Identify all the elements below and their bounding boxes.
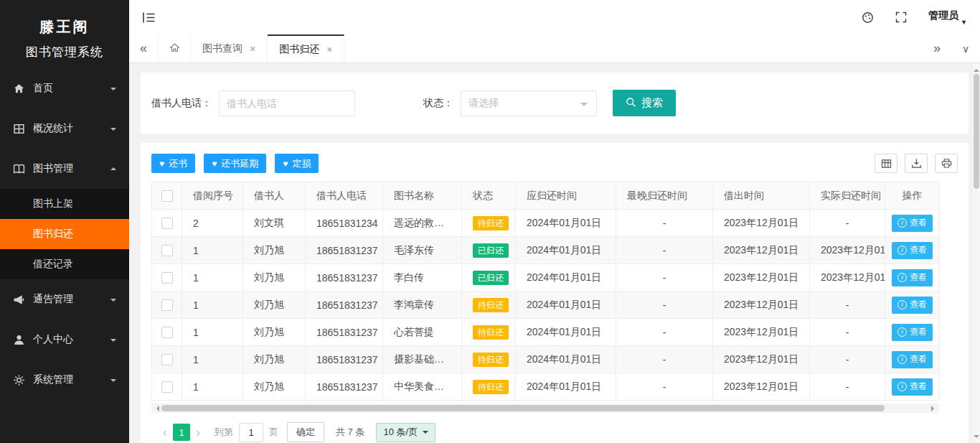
tab-home[interactable]	[158, 34, 191, 62]
view-button[interactable]: i查看	[892, 242, 933, 259]
current-page[interactable]: 1	[173, 424, 190, 441]
cell-borrower: 刘乃旭	[243, 292, 306, 319]
row-checkbox[interactable]	[161, 327, 173, 338]
phone-input[interactable]	[219, 90, 355, 116]
cell-seq: 1	[182, 264, 243, 292]
cell-book: 毛泽东传	[383, 237, 462, 264]
topbar: 管理员 ▼	[129, 0, 980, 34]
assess-damage-button[interactable]: ♥ 定损	[275, 154, 319, 173]
cell-phone: 18651831237	[306, 373, 383, 401]
cell-status: 待归还	[462, 210, 516, 237]
logo-title: 滕王阁	[0, 17, 129, 37]
goto-page-input[interactable]	[239, 423, 263, 442]
sidebar-item-personal-center[interactable]: 个人中心	[0, 320, 129, 360]
sidebar-item-borrow-records[interactable]: 借还记录	[0, 249, 129, 279]
cell-seq: 2	[182, 210, 243, 237]
search-button[interactable]: 搜索	[613, 90, 676, 116]
data-table: 借阅序号借书人借书人电话图书名称状态应归还时间最晚归还时间借出时间实际归还时间操…	[151, 182, 940, 401]
cell-actual: 2023年12月01日	[810, 237, 885, 264]
row-checkbox[interactable]	[161, 354, 173, 365]
tabs-scroll-right-icon[interactable]: »	[923, 34, 951, 62]
row-checkbox[interactable]	[161, 381, 173, 393]
sidebar-item-book-return[interactable]: 图书归还	[0, 219, 129, 249]
column-header: 实际归还时间	[810, 182, 885, 210]
sidebar-item-notice-management[interactable]: 通告管理	[0, 279, 129, 320]
info-icon: i	[897, 300, 907, 309]
scroll-up-arrow-icon[interactable]	[974, 66, 979, 72]
export-icon[interactable]	[905, 154, 928, 173]
main-area: 管理员 ▼ « 图书查询 × 图书归还 × » ∨	[129, 0, 980, 443]
cell-actual: -	[810, 210, 885, 237]
tab-book-return[interactable]: 图书归还 ×	[268, 34, 344, 62]
print-icon[interactable]	[935, 154, 958, 173]
tabs-menu-icon[interactable]: ∨	[951, 34, 980, 62]
row-checkbox[interactable]	[161, 218, 173, 229]
cell-book: 中华美食…	[383, 373, 462, 401]
username: 管理员	[928, 9, 958, 22]
row-checkbox[interactable]	[161, 245, 173, 256]
horizontal-scrollbar[interactable]	[151, 404, 939, 413]
select-all-checkbox[interactable]	[161, 190, 173, 202]
cell-phone: 18651831237	[306, 346, 383, 373]
table-panel: ♥ 还书 ♥ 还书延期 ♥ 定损	[141, 143, 969, 443]
view-button[interactable]: i查看	[892, 297, 933, 314]
goto-suffix-label: 页	[269, 426, 278, 439]
sidebar-item-home[interactable]: 首页	[0, 68, 129, 108]
status-select[interactable]: 请选择	[461, 90, 597, 116]
checkbox-cell	[152, 264, 182, 292]
vertical-scrollbar[interactable]	[973, 64, 980, 443]
table-row: 1刘乃旭18651831237中华美食…待归还2024年01月01日-2023年…	[152, 373, 940, 401]
prev-page-icon[interactable]: ‹	[157, 425, 173, 440]
sidebar-item-book-shelving[interactable]: 图书上架	[0, 189, 129, 219]
view-button[interactable]: i查看	[892, 215, 933, 232]
return-book-label: 还书	[169, 157, 187, 170]
return-extension-button[interactable]: ♥ 还书延期	[204, 154, 266, 173]
horizontal-scrollbar-thumb[interactable]	[161, 405, 885, 411]
cell-actual: -	[810, 373, 885, 401]
checkbox-cell	[152, 292, 182, 319]
view-button[interactable]: i查看	[892, 324, 933, 341]
sidebar-item-book-management[interactable]: 图书管理	[0, 149, 129, 189]
sidebar-item-label: 首页	[33, 82, 53, 95]
view-button[interactable]: i查看	[892, 269, 933, 286]
user-menu[interactable]: 管理员 ▼	[928, 9, 967, 26]
cell-borrower: 刘乃旭	[243, 264, 306, 292]
scroll-left-arrow-icon[interactable]	[154, 406, 159, 411]
close-icon[interactable]: ×	[250, 43, 255, 55]
cell-actions: i查看	[885, 210, 940, 237]
view-button[interactable]: i查看	[892, 378, 933, 396]
home-icon	[13, 83, 25, 95]
close-icon[interactable]: ×	[326, 44, 332, 55]
theme-icon[interactable]	[862, 11, 874, 24]
cell-lend: 2023年12月01日	[713, 210, 810, 237]
tabs-scroll-left-icon[interactable]: «	[129, 34, 158, 62]
status-filter-label: 状态：	[423, 97, 453, 110]
app-window: 滕王阁 图书管理系统 首页 概况统计 图书管理 图书上	[0, 0, 980, 443]
scroll-right-arrow-icon[interactable]	[931, 406, 937, 411]
fullscreen-icon[interactable]	[895, 11, 907, 23]
next-page-icon[interactable]: ›	[190, 425, 206, 440]
column-header: 状态	[462, 182, 516, 210]
sidebar-item-statistics[interactable]: 概况统计	[0, 108, 129, 149]
cell-due: 2024年01月01日	[516, 292, 616, 319]
return-book-button[interactable]: ♥ 还书	[151, 154, 195, 173]
row-checkbox[interactable]	[161, 272, 173, 284]
view-button[interactable]: i查看	[892, 351, 933, 368]
vertical-scrollbar-thumb[interactable]	[974, 74, 979, 189]
cell-actions: i查看	[885, 346, 940, 373]
goto-confirm-button[interactable]: 确定	[287, 422, 324, 442]
column-filter-icon[interactable]	[875, 154, 897, 173]
submenu-item-label: 借还记录	[33, 258, 73, 271]
cell-phone: 18651831237	[306, 237, 383, 264]
submenu-item-label: 图书上架	[33, 197, 73, 210]
tab-book-query[interactable]: 图书查询 ×	[191, 34, 268, 62]
row-checkbox[interactable]	[161, 299, 173, 311]
app-logo: 滕王阁 图书管理系统	[0, 0, 129, 68]
cell-lend: 2023年12月01日	[713, 292, 810, 319]
collapse-sidebar-icon[interactable]	[142, 11, 156, 24]
status-select-placeholder: 请选择	[468, 97, 499, 110]
sidebar-item-label: 个人中心	[33, 333, 73, 346]
scroll-down-arrow-icon[interactable]	[974, 435, 979, 441]
sidebar-item-system-management[interactable]: 系统管理	[0, 360, 129, 400]
page-size-select[interactable]: 10 条/页	[376, 423, 435, 442]
